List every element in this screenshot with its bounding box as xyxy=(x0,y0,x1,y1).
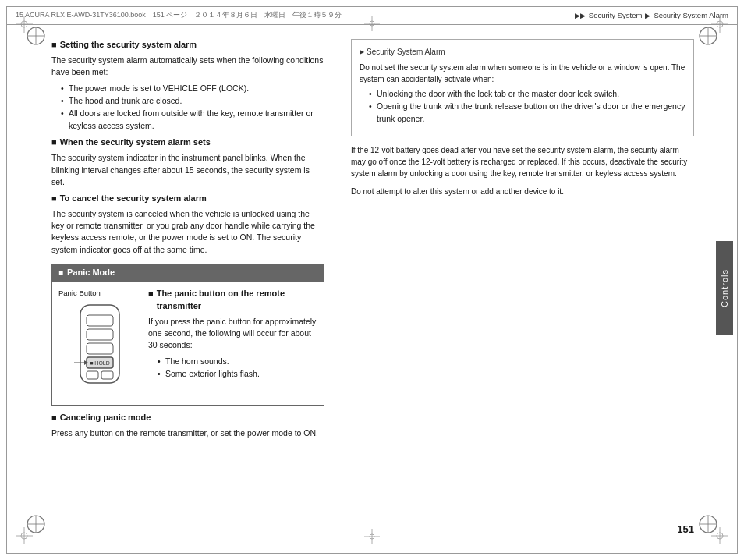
cancel-heading: Canceling panic mode xyxy=(51,412,324,424)
svg-rect-30 xyxy=(80,305,119,383)
note-body: Do not set the security system alarm whe… xyxy=(360,62,686,85)
section3-body: The security system is canceled when the… xyxy=(51,208,324,256)
breadcrumb-arrow2: ▶ xyxy=(645,12,650,19)
note-box: Security System Alarm Do not set the sec… xyxy=(351,39,694,136)
breadcrumb-arrow1: ▶▶ xyxy=(575,12,586,19)
remote-transmitter-svg: ■ HOLD xyxy=(58,301,140,395)
controls-tab: Controls xyxy=(716,241,733,335)
svg-rect-31 xyxy=(87,315,113,326)
list-item: Opening the trunk with the trunk release… xyxy=(369,101,686,126)
list-item: The horn sounds. xyxy=(158,356,317,368)
breadcrumb-item1: Security System xyxy=(589,11,643,19)
panic-body: Panic Button ■ HOLD xyxy=(52,282,324,405)
right-body2: Do not attempt to alter this system or a… xyxy=(351,186,694,197)
section2-body: The security system indicator in the ins… xyxy=(51,152,324,188)
note-title: Security System Alarm xyxy=(360,46,686,58)
panic-button-label: Panic Button xyxy=(58,288,140,299)
cancel-body: Press any button on the remote transmitt… xyxy=(51,427,324,439)
right-body1: If the 12-volt battery goes dead after y… xyxy=(351,144,694,179)
svg-rect-37 xyxy=(101,371,113,379)
header-file-info: 15 ACURA RLX E-AWD-31TY36100.book 151 ペー… xyxy=(16,10,342,20)
svg-rect-33 xyxy=(87,343,113,354)
panic-sub-body: If you press the panic button for approx… xyxy=(148,316,317,352)
panic-sub-heading: The panic button on the remote transmitt… xyxy=(148,288,317,313)
section1-bullets: The power mode is set to VEHICLE OFF (LO… xyxy=(61,83,324,132)
panic-header: Panic Mode xyxy=(52,264,324,282)
panic-section: Panic Mode Panic Button xyxy=(51,264,324,406)
panic-heading-text: Panic Mode xyxy=(67,267,115,279)
svg-rect-36 xyxy=(87,371,98,379)
page-number: 151 xyxy=(677,523,694,535)
list-item: Unlocking the door with the lock tab or … xyxy=(369,88,686,101)
list-item: All doors are locked from outside with t… xyxy=(61,108,324,133)
controls-tab-label: Controls xyxy=(720,269,729,307)
remote-image-area: Panic Button ■ HOLD xyxy=(58,288,140,399)
list-item: The power mode is set to VEHICLE OFF (LO… xyxy=(61,83,324,95)
svg-rect-32 xyxy=(87,329,113,340)
note-bullets: Unlocking the door with the lock tab or … xyxy=(369,88,686,125)
svg-text:■ HOLD: ■ HOLD xyxy=(90,360,110,366)
section3-heading: To cancel the security system alarm xyxy=(51,193,324,205)
list-item: Some exterior lights flash. xyxy=(158,368,317,381)
panic-right-text: The panic button on the remote transmitt… xyxy=(148,288,317,399)
section1-heading: Setting the security system alarm xyxy=(51,39,324,51)
section2-heading: When the security system alarm sets xyxy=(51,136,324,149)
list-item: The hood and trunk are closed. xyxy=(61,95,324,108)
panic-bullets: The horn sounds. Some exterior lights fl… xyxy=(158,356,317,381)
left-column: Setting the security system alarm The se… xyxy=(11,27,338,549)
breadcrumb: ▶▶ Security System ▶ Security System Ala… xyxy=(575,11,728,19)
cancel-section: Canceling panic mode Press any button on… xyxy=(51,412,324,439)
right-column: Security System Alarm Do not set the sec… xyxy=(338,27,733,549)
section1-body: The security system alarm automatically … xyxy=(51,55,324,78)
main-content: Setting the security system alarm The se… xyxy=(11,27,733,549)
